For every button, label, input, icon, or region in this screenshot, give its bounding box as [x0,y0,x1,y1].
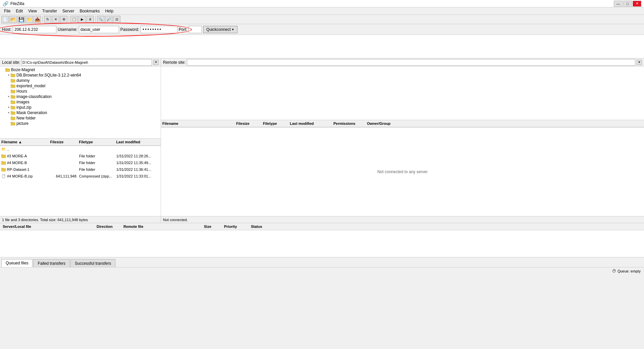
tree-item-name: picture [16,121,29,126]
toolbar-new-btn[interactable]: 📄 [1,16,9,23]
transfer-header: Server/Local file Direction Remote file … [0,223,644,230]
file-row[interactable]: #4 MORE-B File folder 1/31/2022 11:35:49… [0,159,161,166]
tree-item[interactable]: images [0,99,161,105]
tree-item[interactable]: picture [0,121,161,126]
svg-rect-10 [11,123,15,126]
svg-rect-3 [11,85,15,88]
remote-col-filename[interactable]: Filename [162,121,236,126]
remote-site-label: Remote site: [163,60,185,65]
transfer-col-direction: Direction [95,225,122,229]
file-modified: 1/31/2022 11:33:01... [116,174,159,178]
remote-col-filetype[interactable]: Filetype [263,121,290,126]
menu-item-server[interactable]: Server [60,8,77,14]
file-type: Compressed (zipp... [79,174,116,178]
tab-queued-files[interactable]: Queued files [1,259,33,267]
transfer-col-status: Status [250,225,283,229]
local-site-dropdown[interactable]: ▼ [153,60,159,65]
file-row[interactable]: #3 MORE-A File folder 1/31/2022 11:28:26… [0,153,161,159]
maximize-button[interactable]: □ [623,1,632,7]
tree-item-name: exported_model [16,84,45,88]
tree-expand-icon[interactable]: + [7,73,11,77]
remote-col-filesize[interactable]: Filesize [236,121,263,126]
tree-item[interactable]: + input.zip [0,105,161,110]
tree-item[interactable]: + image-classification [0,94,161,99]
password-input[interactable] [141,26,177,33]
local-site-label: Local site: [2,60,20,65]
toolbar-open-btn[interactable]: 📂 [9,16,17,23]
transfer-col-priority: Priority [223,225,250,229]
remote-site-path[interactable] [187,59,635,66]
tab-failed-transfers[interactable]: Failed transfers [33,259,70,267]
tree-item-name: Boze-Magnet [11,67,35,72]
toolbar-connect-btn[interactable]: ⚙ [60,16,67,23]
minimize-button[interactable]: — [614,1,623,7]
toolbar-process-btn[interactable]: ▶ [78,16,86,23]
file-name: 📁.. [1,147,50,151]
title-bar-controls[interactable]: — □ ✕ [614,1,641,7]
toolbar-btn4[interactable]: 📁 [25,16,33,23]
toolbar-refresh-btn[interactable]: ↻ [44,16,51,23]
password-label: Password: [120,27,139,32]
file-modified: 1/31/2022 11:36:41... [116,167,159,171]
tree-item[interactable]: Hours [0,89,161,94]
tree-item[interactable]: Boze-Magnet [0,67,161,72]
file-name: #4 MORE-B [1,161,50,165]
file-type: File folder [79,167,116,171]
host-input[interactable] [13,26,56,33]
toolbar-pause-btn[interactable]: ⏸ [87,16,94,23]
toolbar-compare-btn[interactable]: ⚖ [113,16,120,23]
quickconnect-dropdown-icon[interactable]: ▼ [231,28,234,31]
file-row[interactable]: RP-Dataset-1 File folder 1/31/2022 11:36… [0,166,161,173]
file-size: 641,111,948 [50,174,79,178]
tree-item-name: DB.Browser.for.SQLite-3.12.2-win64 [16,73,81,78]
toolbar-btn5[interactable]: 📤 [34,16,41,23]
menu-item-bookmarks[interactable]: Bookmarks [77,8,102,14]
file-row[interactable]: #4 MORE-B.zip 641,111,948 Compressed (zi… [0,173,161,180]
remote-status-text: Not connected. [163,218,188,222]
remote-col-permissions[interactable]: Permissions [333,121,367,126]
file-row[interactable]: 📁.. [0,146,161,153]
tree-expand-icon[interactable]: + [7,111,11,115]
remote-site-dropdown[interactable]: ▼ [637,60,642,65]
toolbar-stop-btn[interactable]: ✕ [52,16,59,23]
tab-successful-transfers[interactable]: Successful transfers [70,259,115,267]
port-label: Port: [179,27,187,32]
svg-rect-5 [11,96,15,99]
local-site-path[interactable] [21,59,152,66]
tree-item-name: Hours [16,89,27,94]
transfer-col-remote: Remote file [122,225,203,229]
remote-col-lastmodified[interactable]: Last modified [290,121,333,126]
username-input[interactable] [79,26,119,33]
menu-item-help[interactable]: Help [102,8,116,14]
menu-item-transfer[interactable]: Transfer [40,8,60,14]
tree-item[interactable]: + DB.Browser.for.SQLite-3.12.2-win64 [0,72,161,78]
app-icon: 🔗 [3,1,8,6]
local-file-columns: Filename ▲ Filesize Filetype Last modifi… [0,139,161,146]
toolbar-search-btn[interactable]: 🔎 [105,16,112,23]
tree-expand-icon[interactable]: + [7,105,11,109]
col-filesize-header[interactable]: Filesize [50,140,79,144]
col-lastmodified-header[interactable]: Last modified [116,140,159,144]
tree-item[interactable]: exported_model [0,83,161,89]
menu-item-view[interactable]: View [25,8,40,14]
queue-status: Queue: empty [618,269,641,273]
close-button[interactable]: ✕ [633,1,641,7]
remote-col-ownergroup[interactable]: Owner/Group [367,121,407,126]
transfer-col-size: Size [203,225,223,229]
tree-item[interactable]: + Mask Generation [0,110,161,115]
connection-bar: Host: Username: Password: Port: Quickcon… [0,24,644,35]
port-input[interactable] [189,26,202,33]
col-filetype-header[interactable]: Filetype [79,140,116,144]
menu-item-edit[interactable]: Edit [13,8,25,14]
toolbar-queue-btn[interactable]: 📋 [70,16,78,23]
tree-expand-icon[interactable]: + [7,95,11,99]
local-file-tree[interactable]: Boze-Magnet+ DB.Browser.for.SQLite-3.12.… [0,66,161,139]
tree-item[interactable]: dummy [0,78,161,83]
remote-file-columns: Filename Filesize Filetype Last modified… [161,120,644,128]
toolbar-filter-btn[interactable]: 🔍 [97,16,104,23]
remote-file-area: Not connected to any server [161,128,644,216]
tree-item[interactable]: New folder [0,115,161,121]
menu-item-file[interactable]: File [1,8,13,14]
toolbar-save-btn[interactable]: 💾 [17,16,25,23]
quickconnect-button[interactable]: Quickconnect ▼ [203,26,237,33]
